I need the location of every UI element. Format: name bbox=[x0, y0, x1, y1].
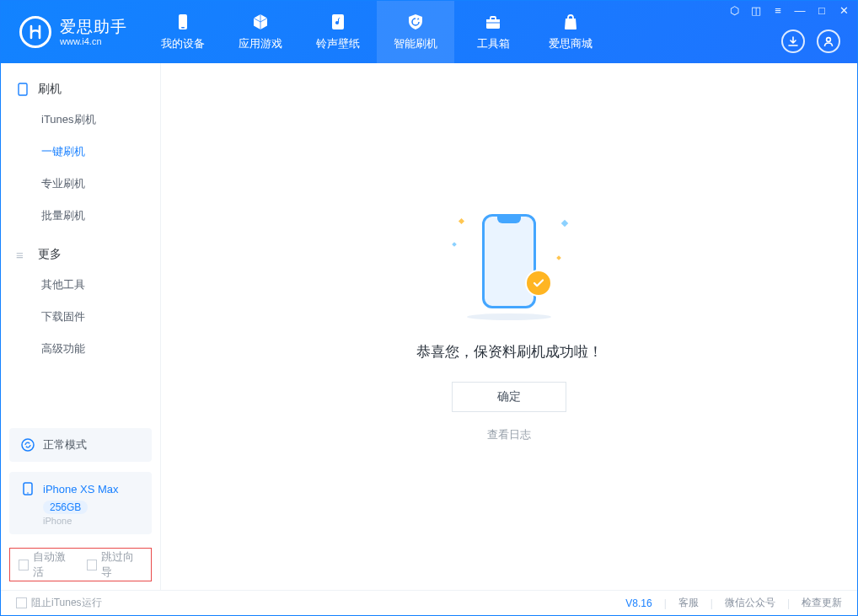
sidebar-section-title: 更多 bbox=[38, 247, 62, 262]
svg-rect-5 bbox=[486, 23, 500, 24]
sidebar-section-title: 刷机 bbox=[38, 82, 62, 97]
mode-card[interactable]: 正常模式 bbox=[9, 428, 152, 462]
device-card[interactable]: iPhone XS Max 256GB iPhone bbox=[9, 472, 152, 534]
menu-icon[interactable]: ≡ bbox=[771, 4, 785, 17]
stack-icon[interactable]: ◫ bbox=[749, 4, 763, 17]
tab-store[interactable]: 爱思商城 bbox=[532, 1, 609, 63]
svg-rect-7 bbox=[19, 83, 27, 95]
header-right-buttons bbox=[781, 29, 840, 53]
tab-label: 应用游戏 bbox=[239, 36, 282, 51]
tab-ringtones-wallpapers[interactable]: 铃声壁纸 bbox=[299, 1, 377, 63]
shield-refresh-icon bbox=[406, 13, 425, 31]
sidebar-item-advanced[interactable]: 高级功能 bbox=[1, 333, 160, 365]
checkbox-auto-activate[interactable]: 自动激活 bbox=[19, 549, 75, 580]
sidebar-item-pro-flash[interactable]: 专业刷机 bbox=[1, 168, 160, 200]
view-log-link[interactable]: 查看日志 bbox=[487, 427, 531, 442]
sidebar-section-flash[interactable]: 刷机 bbox=[1, 75, 160, 104]
shirt-icon[interactable]: ⬡ bbox=[727, 4, 741, 17]
checkbox-label: 自动激活 bbox=[33, 549, 74, 580]
checkbox-icon bbox=[19, 560, 29, 570]
tab-label: 我的设备 bbox=[161, 36, 205, 51]
tab-toolbox[interactable]: 工具箱 bbox=[454, 1, 532, 63]
options-highlight-box: 自动激活 跳过向导 bbox=[9, 548, 152, 581]
close-button[interactable]: ✕ bbox=[837, 4, 850, 17]
checkbox-icon bbox=[87, 560, 97, 570]
check-badge-icon bbox=[525, 270, 552, 297]
device-capacity: 256GB bbox=[43, 501, 88, 514]
success-message: 恭喜您，保资料刷机成功啦！ bbox=[416, 342, 603, 362]
device-name: iPhone XS Max bbox=[43, 483, 119, 495]
svg-point-10 bbox=[27, 492, 29, 494]
cube-icon bbox=[251, 13, 270, 31]
sidebar-item-other-tools[interactable]: 其他工具 bbox=[1, 269, 160, 301]
phone-small-icon bbox=[16, 83, 29, 96]
download-icon bbox=[787, 35, 799, 47]
device-icon bbox=[174, 13, 192, 31]
header: 爱思助手 www.i4.cn 我的设备 应用游戏 铃声壁纸 智能刷机 bbox=[1, 1, 857, 63]
toolbox-icon bbox=[484, 13, 502, 31]
body: 刷机 iTunes刷机 一键刷机 专业刷机 批量刷机 ≡ 更多 其他工具 下载固… bbox=[1, 63, 857, 590]
checkbox-skip-guide[interactable]: 跳过向导 bbox=[87, 549, 143, 580]
sidebar-item-one-click-flash[interactable]: 一键刷机 bbox=[1, 136, 160, 168]
success-illustration bbox=[446, 211, 572, 320]
window-controls: ⬡ ◫ ≡ ― □ ✕ bbox=[727, 4, 850, 17]
tab-smart-flash[interactable]: 智能刷机 bbox=[377, 1, 454, 63]
user-icon bbox=[823, 35, 834, 47]
device-small-icon bbox=[19, 480, 36, 497]
svg-rect-4 bbox=[486, 19, 500, 23]
app-window: 爱思助手 www.i4.cn 我的设备 应用游戏 铃声壁纸 智能刷机 bbox=[0, 0, 858, 616]
footer-right: V8.16 | 客服 | 微信公众号 | 检查更新 bbox=[625, 596, 842, 610]
list-icon: ≡ bbox=[16, 248, 29, 262]
sidebar-item-download-firmware[interactable]: 下载固件 bbox=[1, 301, 160, 333]
app-title: 爱思助手 bbox=[60, 18, 127, 36]
sidebar-item-batch-flash[interactable]: 批量刷机 bbox=[1, 200, 160, 232]
version-label: V8.16 bbox=[625, 597, 652, 609]
download-button[interactable] bbox=[781, 29, 805, 53]
tab-label: 铃声壁纸 bbox=[316, 36, 360, 51]
sidebar-section-more[interactable]: ≡ 更多 bbox=[1, 240, 160, 269]
minimize-button[interactable]: ― bbox=[793, 4, 807, 17]
logo-area: 爱思助手 www.i4.cn bbox=[1, 16, 144, 48]
footer: 阻止iTunes运行 V8.16 | 客服 | 微信公众号 | 检查更新 bbox=[1, 590, 857, 615]
footer-link-support[interactable]: 客服 bbox=[678, 596, 699, 610]
svg-point-6 bbox=[827, 38, 831, 42]
svg-rect-1 bbox=[181, 27, 185, 29]
music-file-icon bbox=[329, 13, 347, 31]
tab-my-device[interactable]: 我的设备 bbox=[144, 1, 222, 63]
tab-label: 智能刷机 bbox=[394, 36, 437, 51]
app-subtitle: www.i4.cn bbox=[60, 36, 127, 46]
tab-label: 工具箱 bbox=[477, 36, 510, 51]
sidebar-item-itunes-flash[interactable]: iTunes刷机 bbox=[1, 104, 160, 136]
tab-label: 爱思商城 bbox=[549, 36, 593, 51]
maximize-button[interactable]: □ bbox=[815, 4, 829, 17]
mode-label: 正常模式 bbox=[43, 437, 87, 453]
ok-button[interactable]: 确定 bbox=[452, 382, 566, 412]
main-content: 恭喜您，保资料刷机成功啦！ 确定 查看日志 bbox=[161, 63, 857, 590]
device-type: iPhone bbox=[43, 516, 142, 526]
checkbox-icon bbox=[16, 597, 27, 608]
checkbox-label: 阻止iTunes运行 bbox=[31, 596, 102, 610]
checkbox-label: 跳过向导 bbox=[101, 549, 142, 580]
sidebar: 刷机 iTunes刷机 一键刷机 专业刷机 批量刷机 ≡ 更多 其他工具 下载固… bbox=[1, 63, 161, 590]
footer-link-wechat[interactable]: 微信公众号 bbox=[725, 596, 775, 610]
svg-point-8 bbox=[22, 439, 34, 451]
top-tabs: 我的设备 应用游戏 铃声壁纸 智能刷机 工具箱 爱思商城 bbox=[144, 1, 609, 63]
bag-icon bbox=[561, 13, 580, 31]
refresh-circle-icon bbox=[19, 437, 36, 453]
tab-apps-games[interactable]: 应用游戏 bbox=[222, 1, 299, 63]
logo-icon bbox=[19, 16, 51, 48]
checkbox-block-itunes[interactable]: 阻止iTunes运行 bbox=[16, 596, 102, 610]
footer-link-check-update[interactable]: 检查更新 bbox=[802, 596, 842, 610]
user-button[interactable] bbox=[817, 29, 840, 53]
